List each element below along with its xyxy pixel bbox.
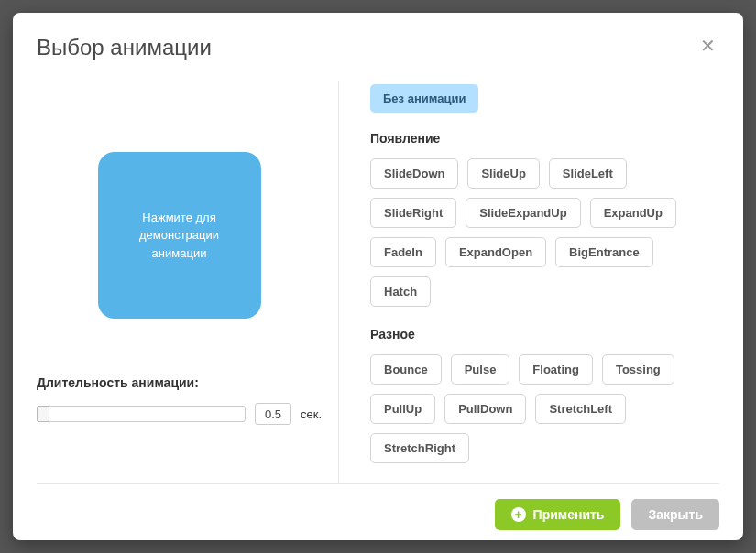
chip-bigentrance[interactable]: BigEntrance	[555, 237, 653, 267]
chip-slideexpandup[interactable]: SlideExpandUp	[466, 198, 580, 228]
duration-label: Длительность анимации:	[37, 375, 322, 390]
appearance-chips: SlideDown SlideUp SlideLeft SlideRight S…	[370, 158, 719, 307]
chip-expandup[interactable]: ExpandUp	[590, 198, 676, 228]
duration-row: сек.	[37, 403, 322, 425]
close-icon[interactable]: ✕	[696, 35, 719, 57]
right-pane: Без анимации Появление SlideDown SlideUp…	[339, 81, 719, 483]
chip-tossing[interactable]: Tossing	[602, 354, 674, 385]
chip-expandopen[interactable]: ExpandOpen	[445, 237, 546, 267]
animation-picker-modal: Выбор анимации ✕ Нажмите для демонстраци…	[13, 13, 743, 540]
chip-pulldown[interactable]: PullDown	[444, 394, 526, 424]
misc-chips: Bounce Pulse Floating Tossing PullUp Pul…	[370, 354, 719, 463]
modal-header: Выбор анимации ✕	[37, 35, 719, 71]
duration-unit: сек.	[301, 407, 322, 421]
modal-title: Выбор анимации	[37, 35, 212, 60]
apply-button-label: Применить	[533, 507, 605, 522]
modal-footer: + Применить Закрыть	[37, 483, 719, 530]
chip-slideright[interactable]: SlideRight	[370, 198, 456, 228]
animation-preview[interactable]: Нажмите для демонстрации анимации	[98, 152, 261, 319]
duration-block: Длительность анимации: сек.	[37, 375, 322, 425]
duration-input[interactable]	[255, 403, 291, 425]
chip-fadein[interactable]: FadeIn	[370, 237, 436, 267]
chip-slideleft[interactable]: SlideLeft	[549, 158, 627, 189]
close-button-label: Закрыть	[648, 507, 703, 522]
chip-hatch[interactable]: Hatch	[370, 276, 431, 307]
chip-stretchright[interactable]: StretchRight	[370, 433, 469, 463]
plus-icon: +	[511, 507, 526, 522]
chip-stretchleft[interactable]: StretchLeft	[535, 394, 626, 424]
chip-slideup[interactable]: SlideUp	[467, 158, 539, 189]
duration-slider[interactable]	[37, 406, 246, 422]
chip-floating[interactable]: Floating	[519, 354, 593, 385]
chip-pulse[interactable]: Pulse	[451, 354, 510, 385]
group-title-misc: Разное	[370, 327, 719, 342]
apply-button[interactable]: + Применить	[495, 499, 621, 530]
slider-thumb[interactable]	[37, 406, 49, 422]
group-title-appearance: Появление	[370, 131, 719, 146]
chip-pullup[interactable]: PullUp	[370, 394, 435, 424]
left-pane: Нажмите для демонстрации анимации Длител…	[37, 81, 339, 483]
no-animation-button[interactable]: Без анимации	[370, 84, 478, 113]
modal-body: Нажмите для демонстрации анимации Длител…	[37, 71, 719, 483]
close-button[interactable]: Закрыть	[631, 499, 719, 530]
chip-bounce[interactable]: Bounce	[370, 354, 442, 385]
chip-slidedown[interactable]: SlideDown	[370, 158, 458, 189]
